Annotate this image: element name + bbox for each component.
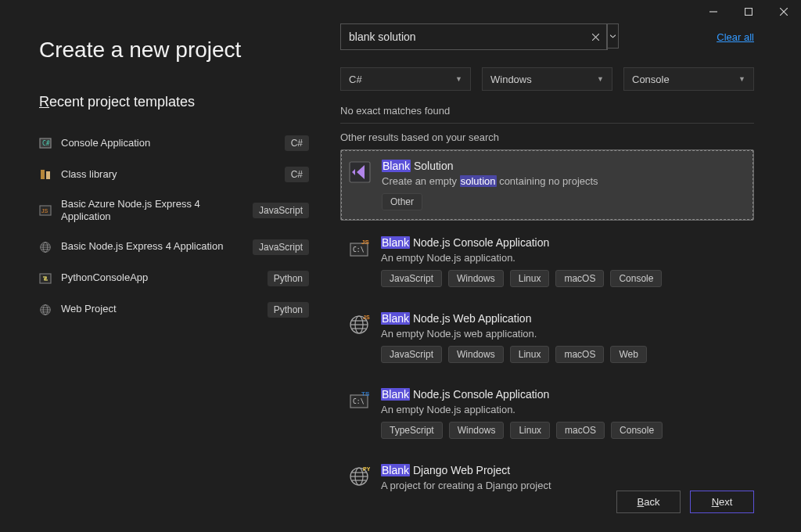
recent-template-item[interactable]: Web ProjectPython xyxy=(39,294,309,325)
recent-template-language-tag: Python xyxy=(268,271,309,286)
template-tag: Windows xyxy=(449,422,505,439)
js-web-icon: JS xyxy=(348,314,370,336)
clear-filters-link[interactable]: Clear all xyxy=(717,31,754,43)
template-description: An empty Node.js application. xyxy=(381,252,746,264)
template-tag: Linux xyxy=(510,346,550,363)
template-tag: Console xyxy=(611,422,663,439)
template-tag: JavaScript xyxy=(381,346,442,363)
recent-templates-list: C#Console ApplicationC#Class libraryC#JS… xyxy=(39,128,309,325)
template-title: Blank Node.js Console Application xyxy=(381,388,746,401)
template-description: Create an empty solution containing no p… xyxy=(382,175,745,187)
minimize-button[interactable] xyxy=(695,0,731,23)
template-result-item[interactable]: C:\ TS Blank Node.js Console Application… xyxy=(340,379,754,448)
template-tag: macOS xyxy=(555,270,604,287)
svg-rect-1 xyxy=(745,9,752,16)
svg-text:PY: PY xyxy=(363,466,370,472)
template-tags: JavaScriptWindowsLinuxmacOSWeb xyxy=(381,346,746,363)
recent-template-item[interactable]: C#Console ApplicationC# xyxy=(39,128,309,159)
console-icon: C# xyxy=(39,137,52,149)
template-tag: Other xyxy=(382,193,422,210)
project-type-filter[interactable]: Console ▼ xyxy=(623,67,754,91)
template-tags: Other xyxy=(382,193,745,210)
template-tag: Windows xyxy=(448,346,504,363)
vs-solution-icon xyxy=(349,161,371,183)
js-console-icon: C:\ JS xyxy=(348,238,370,260)
template-tag: macOS xyxy=(556,422,605,439)
library-icon xyxy=(39,168,52,181)
recent-template-language-tag: Python xyxy=(268,302,309,318)
recent-template-item[interactable]: JSBasic Azure Node.js Express 4 Applicat… xyxy=(39,190,309,232)
language-filter[interactable]: C# ▼ xyxy=(340,67,471,91)
recent-template-label: PythonConsoleApp xyxy=(61,271,258,284)
search-clear-button[interactable] xyxy=(585,24,607,49)
next-button[interactable]: Next xyxy=(690,491,754,513)
template-result-item[interactable]: C:\ JS Blank Node.js Console Application… xyxy=(340,227,754,297)
ts-console-icon: C:\ TS xyxy=(348,390,370,412)
template-description: An empty Node.js application. xyxy=(381,404,746,415)
platform-filter-value: Windows xyxy=(490,74,532,85)
close-button[interactable] xyxy=(766,0,801,23)
globe-icon: PY xyxy=(348,466,370,487)
py-web-icon: PY xyxy=(348,466,370,487)
maximize-button[interactable] xyxy=(731,0,766,23)
window-titlebar xyxy=(0,0,801,23)
svg-text:C:\: C:\ xyxy=(353,246,365,253)
template-results-list: Blank SolutionCreate an empty solution c… xyxy=(340,149,754,507)
svg-rect-6 xyxy=(41,170,45,179)
svg-text:TS: TS xyxy=(361,390,370,397)
chevron-down-icon: ▼ xyxy=(597,75,604,83)
maximize-icon xyxy=(745,8,753,16)
template-result-item[interactable]: JS Blank Node.js Web ApplicationAn empty… xyxy=(340,303,754,372)
search-input[interactable] xyxy=(341,24,585,49)
azure-node-icon: JS xyxy=(39,204,52,217)
globe-icon xyxy=(39,241,52,253)
recent-template-language-tag: JavaScript xyxy=(253,203,309,218)
template-description: A project for creating a Django project xyxy=(381,480,746,491)
project-type-filter-value: Console xyxy=(632,74,670,85)
template-title: Blank Solution xyxy=(382,160,745,172)
console-app-icon: C:\ TS xyxy=(348,390,370,412)
template-title: Blank Django Web Project xyxy=(381,464,746,476)
chevron-down-icon: ▼ xyxy=(455,75,462,83)
python-icon xyxy=(39,272,52,285)
recent-template-item[interactable]: Basic Node.js Express 4 ApplicationJavaS… xyxy=(39,232,309,263)
recent-template-item[interactable]: Class libraryC# xyxy=(39,159,309,190)
template-result-item[interactable]: Blank SolutionCreate an empty solution c… xyxy=(340,149,754,221)
svg-text:C:\: C:\ xyxy=(353,398,365,405)
template-tag: Linux xyxy=(510,270,550,287)
back-button[interactable]: Back xyxy=(616,491,681,513)
template-tag: Windows xyxy=(448,270,504,287)
console-app-icon: C:\ JS xyxy=(348,238,370,260)
recent-template-language-tag: C# xyxy=(285,167,309,182)
template-tag: macOS xyxy=(555,346,604,363)
recent-template-label: Class library xyxy=(61,168,275,181)
python-icon xyxy=(39,272,52,285)
vs-icon xyxy=(349,161,371,183)
template-title: Blank Node.js Web Application xyxy=(381,312,746,325)
svg-text:JS: JS xyxy=(361,239,369,246)
recent-template-language-tag: C# xyxy=(285,135,309,151)
svg-text:JS: JS xyxy=(41,208,48,214)
globe-icon xyxy=(39,304,52,316)
template-description: An empty Node.js web application. xyxy=(381,328,746,340)
recent-template-item[interactable]: PythonConsoleAppPython xyxy=(39,263,309,294)
template-tags: JavaScriptWindowsLinuxmacOSConsole xyxy=(381,270,746,287)
chevron-down-icon: ▼ xyxy=(738,75,745,83)
recent-template-label: Basic Node.js Express 4 Application xyxy=(61,240,243,253)
template-tag: TypeScript xyxy=(381,422,443,439)
no-matches-message: No exact matches found xyxy=(340,105,754,124)
recent-template-language-tag: JavaScript xyxy=(253,239,309,255)
chevron-down-icon xyxy=(610,34,616,38)
search-box[interactable] xyxy=(340,23,608,50)
recent-templates-heading: Recent project templates xyxy=(39,94,309,110)
template-tag: JavaScript xyxy=(381,270,442,287)
close-icon xyxy=(780,8,788,16)
svg-rect-7 xyxy=(46,171,50,179)
other-results-label: Other results based on your search xyxy=(340,131,754,143)
template-tags: TypeScriptWindowsLinuxmacOSConsole xyxy=(381,422,746,439)
recent-template-label: Console Application xyxy=(61,137,275,149)
template-title: Blank Node.js Console Application xyxy=(381,236,746,249)
search-history-dropdown[interactable] xyxy=(608,23,619,49)
platform-filter[interactable]: Windows ▼ xyxy=(482,67,612,91)
library-icon xyxy=(39,168,52,181)
